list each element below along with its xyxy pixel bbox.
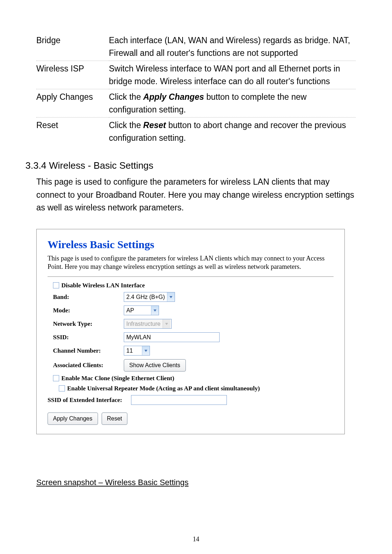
- chevron-down-icon: [163, 319, 170, 328]
- channel-value: 11: [124, 346, 142, 355]
- mac-clone-row: Enable Mac Clone (Single Ethernet Client…: [53, 375, 334, 382]
- desc-apply-changes: Click the Apply Changes button to comple…: [109, 89, 356, 118]
- chevron-down-icon: [151, 306, 159, 315]
- term-reset: Reset: [36, 118, 109, 146]
- desc-pre: Click the: [109, 120, 143, 130]
- channel-dropdown[interactable]: 11: [124, 346, 150, 356]
- desc-bold: Reset: [143, 120, 166, 130]
- band-label: Band:: [53, 294, 124, 301]
- desc-wireless-isp: Switch Wireless interface to WAN port an…: [109, 61, 356, 89]
- show-active-clients-button[interactable]: Show Active Clients: [124, 359, 186, 372]
- term-apply-changes: Apply Changes: [36, 89, 109, 118]
- mode-value: AP: [124, 306, 151, 315]
- disable-wlan-row: Disable Wireless LAN Interface: [53, 282, 334, 289]
- channel-label: Channel Number:: [53, 347, 124, 354]
- chevron-down-icon: [167, 292, 175, 301]
- panel-title: Wireless Basic Settings: [48, 238, 334, 251]
- univ-repeater-row: Enable Universal Repeater Mode (Acting a…: [53, 385, 334, 392]
- nettype-label: Network Type:: [53, 320, 124, 328]
- desc-bold: Apply Changes: [143, 92, 204, 102]
- panel-desc: This page is used to configure the param…: [48, 254, 334, 271]
- term-bridge: Bridge: [36, 33, 109, 61]
- nettype-dropdown: Infrastructure: [124, 319, 172, 329]
- ext-ssid-label: SSID of Extended Interface:: [48, 397, 131, 404]
- mac-clone-checkbox[interactable]: [53, 375, 59, 381]
- band-dropdown[interactable]: 2.4 GHz (B+G): [124, 292, 175, 302]
- mode-dropdown[interactable]: AP: [124, 305, 159, 315]
- ssid-input[interactable]: [124, 332, 220, 342]
- univ-repeater-checkbox[interactable]: [59, 385, 65, 391]
- disable-wlan-checkbox[interactable]: [53, 282, 59, 288]
- term-wireless-isp: Wireless ISP: [36, 61, 109, 89]
- snapshot-caption: Screen snapshot – Wireless Basic Setting…: [36, 478, 356, 487]
- section-intro: This page is used to configure the param…: [36, 176, 356, 214]
- desc-pre: Click the: [109, 92, 143, 102]
- ext-ssid-input[interactable]: [131, 395, 227, 405]
- univ-repeater-label: Enable Universal Repeater Mode (Acting a…: [67, 385, 260, 392]
- band-value: 2.4 GHz (B+G): [124, 292, 167, 301]
- page-number: 14: [0, 535, 392, 543]
- divider: [48, 276, 334, 277]
- nettype-value: Infrastructure: [124, 319, 163, 328]
- section-heading: 3.3.4 Wireless - Basic Settings: [25, 160, 356, 171]
- desc-reset: Click the Reset button to abort change a…: [109, 118, 356, 146]
- ssid-label: SSID:: [53, 334, 124, 341]
- chevron-down-icon: [142, 346, 150, 355]
- disable-wlan-label: Disable Wireless LAN Interface: [61, 282, 145, 289]
- desc-bridge: Each interface (LAN, WAN and Wireless) r…: [109, 33, 356, 61]
- mac-clone-label: Enable Mac Clone (Single Ethernet Client…: [61, 375, 174, 382]
- apply-changes-button[interactable]: Apply Changes: [48, 413, 98, 425]
- assoc-label: Associated Clients:: [53, 362, 124, 369]
- settings-panel: Wireless Basic Settings This page is use…: [36, 229, 345, 434]
- mode-label: Mode:: [53, 307, 124, 314]
- reset-button[interactable]: Reset: [102, 413, 128, 425]
- definition-table: Bridge Each interface (LAN, WAN and Wire…: [36, 33, 356, 145]
